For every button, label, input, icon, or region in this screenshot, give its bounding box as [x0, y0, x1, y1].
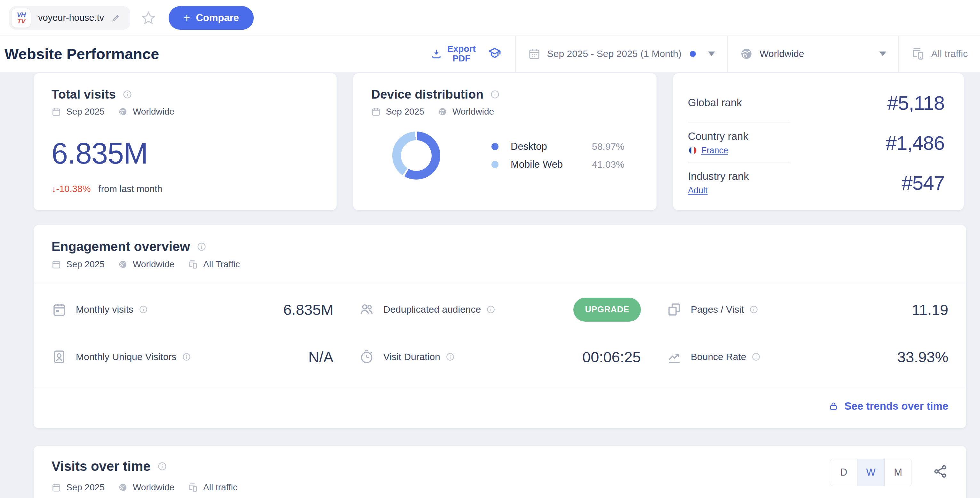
granularity-day-button[interactable]: D — [830, 459, 858, 486]
info-icon[interactable] — [486, 305, 496, 314]
global-rank-value: #5,118 — [887, 92, 945, 114]
calendar-icon — [528, 48, 541, 60]
topbar: VH TV voyeur-house.tv + Compare — [0, 0, 980, 36]
device-distribution-title: Device distribution — [371, 88, 484, 102]
info-icon[interactable] — [751, 352, 761, 362]
chevron-down-icon — [879, 51, 886, 56]
engagement-geo: Worldwide — [133, 259, 174, 269]
metric-value: 11.19 — [912, 301, 948, 318]
industry-rank-value: #547 — [902, 172, 945, 194]
geo-picker[interactable]: Worldwide — [727, 36, 899, 72]
country-rank-label: Country rank — [688, 130, 748, 142]
pages-icon — [667, 302, 682, 317]
granularity-month-button[interactable]: M — [885, 459, 912, 486]
globe-icon — [118, 483, 128, 492]
info-icon[interactable] — [138, 305, 148, 314]
visits-over-time-title: Visits over time — [51, 459, 151, 474]
total-visits-value: 6.835M — [51, 137, 319, 170]
chevron-down-icon — [708, 51, 715, 56]
info-icon[interactable] — [196, 242, 207, 252]
total-visits-title: Total visits — [51, 88, 116, 102]
metric-value: 33.93% — [897, 348, 948, 366]
engagement-metrics-grid: Monthly visits 6.835M Deduplicated audie… — [33, 282, 966, 380]
device-distribution-period: Sep 2025 — [386, 107, 424, 117]
plus-icon: + — [183, 11, 190, 25]
upgrade-button[interactable]: UPGRADE — [573, 298, 641, 321]
industry-rank-link[interactable]: Adult — [688, 186, 708, 196]
unique-visitor-icon — [51, 349, 67, 364]
change-note: from last month — [99, 184, 162, 194]
granularity-week-button[interactable]: W — [857, 459, 885, 486]
globe-icon — [740, 47, 753, 60]
globe-icon — [118, 107, 128, 116]
info-icon[interactable] — [490, 89, 500, 100]
share-icon[interactable] — [933, 464, 948, 479]
see-trends-link[interactable]: See trends over time — [828, 400, 948, 412]
device-donut — [392, 132, 440, 180]
favicon-text-top: VH — [17, 11, 25, 18]
total-visits-card: Total visits Sep 2025 — [33, 73, 337, 210]
metric-bounce-rate: Bounce Rate 33.93% — [667, 333, 948, 380]
metric-label: Deduplicated audience — [383, 304, 481, 315]
export-label-line1: Export — [447, 44, 476, 54]
metric-monthly-unique-visitors: Monthly Unique Visitors N/A — [51, 333, 333, 380]
engagement-footer: See trends over time — [33, 389, 966, 412]
legend-value: 41.03% — [592, 159, 625, 170]
visits-over-time-geo: Worldwide — [133, 482, 174, 493]
global-rank-label: Global rank — [688, 97, 742, 109]
devices-icon — [911, 47, 925, 61]
calendar-icon — [51, 302, 67, 317]
info-icon[interactable] — [445, 352, 455, 362]
legend-item-mobile-web: Mobile Web 41.03% — [492, 159, 625, 170]
country-rank-link[interactable]: France — [701, 146, 728, 156]
engagement-title: Engagement overview — [51, 239, 190, 254]
content-area: Total visits Sep 2025 — [0, 72, 980, 498]
metric-label: Visit Duration — [383, 352, 440, 362]
domain-name: voyeur-house.tv — [38, 13, 104, 23]
info-icon[interactable] — [122, 89, 132, 100]
globe-icon — [118, 259, 128, 269]
legend-value: 58.97% — [592, 141, 625, 152]
device-legend: Desktop 58.97% Mobile Web 41.03% — [492, 141, 625, 170]
favicon-text-bottom: TV — [17, 18, 25, 24]
info-icon[interactable] — [749, 305, 759, 314]
compare-button[interactable]: + Compare — [169, 6, 253, 30]
calendar-icon — [51, 107, 61, 116]
site-favicon: VH TV — [11, 8, 31, 28]
see-trends-label: See trends over time — [844, 400, 948, 412]
info-icon[interactable] — [157, 461, 167, 471]
metric-value: N/A — [309, 348, 333, 366]
engagement-overview-card: Engagement overview Sep 2025 Worldwide — [33, 225, 966, 428]
page-title: Website Performance — [5, 45, 159, 63]
learning-cap-icon[interactable] — [487, 46, 503, 62]
legend-item-desktop: Desktop 58.97% — [492, 141, 625, 152]
audience-icon — [359, 302, 374, 317]
rank-card: Global rank #5,118 Country rank — [673, 73, 964, 210]
info-icon[interactable] — [182, 352, 191, 362]
legend-dot-mobile-web — [492, 161, 498, 168]
metric-visit-duration: Visit Duration 00:06:25 — [359, 333, 641, 380]
devices-icon — [188, 482, 198, 493]
metric-value: 6.835M — [283, 301, 333, 318]
total-visits-geo: Worldwide — [133, 107, 174, 117]
export-pdf-button[interactable]: Export PDF — [431, 44, 476, 64]
traffic-picker[interactable]: All traffic — [899, 36, 980, 72]
visits-over-time-card: Visits over time Sep 2025 — [33, 446, 966, 498]
header-controls: Export PDF Sep 2025 - Sep 2025 (1 Month) — [431, 36, 980, 72]
geo-value: Worldwide — [760, 48, 804, 59]
stopwatch-icon — [359, 349, 374, 364]
engagement-period: Sep 2025 — [66, 259, 105, 269]
metric-label: Monthly Unique Visitors — [76, 352, 177, 362]
engagement-traffic: All Traffic — [203, 259, 240, 269]
metric-value: 00:06:25 — [582, 348, 641, 366]
date-range-picker[interactable]: Sep 2025 - Sep 2025 (1 Month) — [516, 36, 727, 72]
favorite-star-icon[interactable] — [141, 11, 156, 25]
france-flag-icon — [688, 146, 697, 155]
visits-over-time-period: Sep 2025 — [66, 482, 105, 493]
edit-icon[interactable] — [111, 13, 121, 23]
total-visits-period: Sep 2025 — [66, 107, 105, 117]
industry-rank-label: Industry rank — [688, 170, 749, 183]
overview-cards-row: Total visits Sep 2025 — [33, 73, 966, 210]
domain-chip[interactable]: VH TV voyeur-house.tv — [9, 6, 130, 30]
country-rank-row: Country rank — [688, 123, 945, 162]
